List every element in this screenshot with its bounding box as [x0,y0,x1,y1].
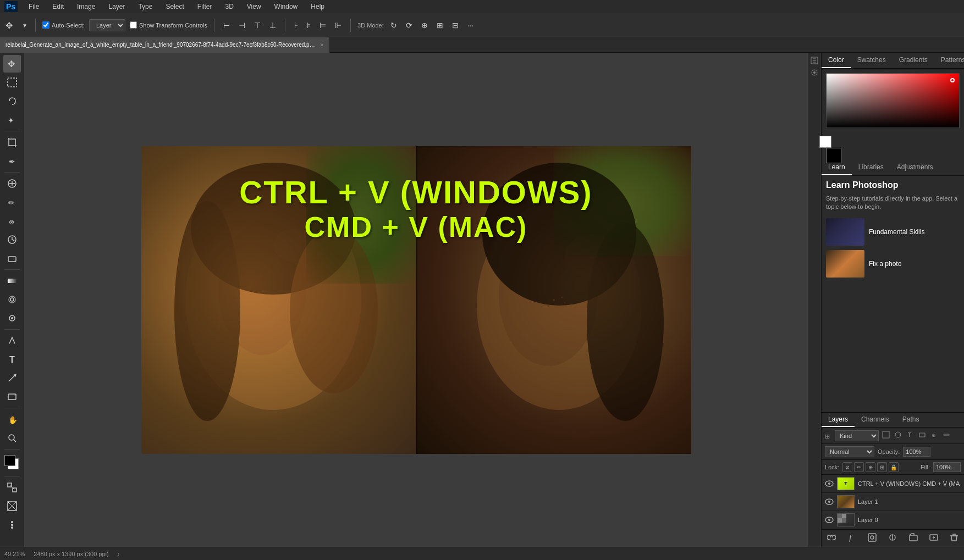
menu-3d[interactable]: 3D [223,3,235,10]
align-left-btn[interactable]: ⊢ [221,20,232,31]
gradient-tool-btn[interactable] [3,272,21,290]
edit-mode-btn[interactable] [3,479,21,496]
menu-select[interactable]: Select [163,3,186,10]
menu-layer[interactable]: Layer [106,3,127,10]
distribute-left-btn[interactable]: ⊦ [292,20,300,31]
add-layer-btn[interactable] [927,532,940,545]
filter-pixel-btn[interactable] [881,430,891,441]
document-tab[interactable]: relabelai_Generate_an_image_of_a_white_e… [0,37,330,53]
move-tool-btn[interactable]: ✥ [3,55,21,73]
pen-tool-btn[interactable] [3,332,21,350]
add-mask-btn[interactable] [866,532,879,545]
3d-rotate-btn[interactable]: ↻ [388,20,399,31]
auto-select-check[interactable]: Auto-Select: [42,21,85,29]
marquee-tool-btn[interactable] [3,74,21,91]
color-swatch-area[interactable] [3,454,21,472]
menu-type[interactable]: Type [136,3,155,10]
fg-bg-swatches[interactable] [826,131,850,156]
dodge-tool-btn[interactable] [3,309,21,327]
transform-controls-check[interactable]: Show Transform Controls [130,21,207,29]
layer-row-text[interactable]: T CTRL + V (WINDOWS) CMD + V (MA [822,475,964,493]
learn-card-fix[interactable]: Fix a photo [826,250,960,278]
status-arrow[interactable]: › [118,551,120,557]
3d-slide-btn[interactable]: ⊞ [434,20,445,31]
tab-patterns[interactable]: Patterns [934,53,964,68]
add-style-btn[interactable]: ƒ [845,532,858,545]
path-select-tool-btn[interactable] [3,369,21,387]
delete-layer-btn[interactable] [948,532,961,545]
blur-tool-btn[interactable] [3,291,21,308]
learn-card-fundamental[interactable]: Fundamental Skills [826,218,960,246]
adjustments-icon[interactable] [809,67,820,78]
frame-tool-btn[interactable] [3,497,21,515]
zoom-tool-btn[interactable] [3,429,21,447]
background-color-swatch[interactable] [819,136,831,148]
crop-tool-btn[interactable] [3,134,21,151]
eraser-tool-btn[interactable] [3,249,21,267]
blend-mode-select[interactable]: Normal [825,446,874,457]
add-adjustment-btn[interactable] [886,532,899,545]
lock-transparent-btn[interactable]: ⧄ [842,462,852,472]
type-tool-btn[interactable]: T [3,351,21,368]
distribute-center-btn[interactable]: ⊧ [305,20,313,31]
filter-shape-btn[interactable] [917,430,927,441]
lock-all-btn[interactable]: 🔒 [889,462,899,472]
hand-tool-btn[interactable]: ✋ [3,411,21,428]
layer-vis-0[interactable] [825,515,834,524]
lasso-tool-btn[interactable] [3,92,21,110]
fill-input[interactable] [933,462,961,472]
filter-adjustment-btn[interactable] [893,430,903,441]
ps-logo-icon[interactable]: Ps [4,1,18,12]
align-top-btn[interactable]: ⊥ [267,20,278,31]
color-picker-circle[interactable] [950,78,955,82]
link-layers-btn[interactable] [825,532,838,545]
tab-layers[interactable]: Layers [822,413,855,427]
distribute-vertical-btn[interactable]: ⊩ [333,20,344,31]
layer-vis-1[interactable] [825,497,834,506]
lock-artboard-btn[interactable]: ⊞ [877,462,887,472]
3d-scale-btn[interactable]: ⊟ [450,20,461,31]
add-group-btn[interactable] [907,532,920,545]
shape-tool-btn[interactable] [3,388,21,406]
auto-select-dropdown[interactable]: Layer [89,19,125,31]
history-tool-btn[interactable] [3,231,21,248]
tab-paths[interactable]: Paths [896,413,926,427]
more-options-btn[interactable]: ··· [465,20,476,31]
layer-row-0[interactable]: Layer 0 [822,511,964,529]
lock-pixels-btn[interactable]: ✏ [854,462,864,472]
align-center-h-btn[interactable]: ⊣ [236,20,247,31]
eyedropper-tool-btn[interactable]: ✒ [3,152,21,170]
menu-view[interactable]: View [245,3,263,10]
tab-gradients[interactable]: Gradients [893,53,934,68]
lock-position-btn[interactable]: ⊕ [866,462,875,472]
3d-pan-btn[interactable]: ⊕ [419,20,430,31]
properties-icon[interactable] [809,55,820,66]
menu-help[interactable]: Help [309,3,327,10]
opacity-input[interactable] [903,447,930,457]
filter-type-btn[interactable]: T [905,430,915,441]
filter-kind-select[interactable]: Kind [835,430,879,441]
tab-adjustments[interactable]: Adjustments [890,160,940,175]
align-right-btn[interactable]: ⊤ [252,20,263,31]
layer-vis-text[interactable] [825,479,834,488]
tab-libraries[interactable]: Libraries [852,160,890,175]
tab-close-btn[interactable]: × [320,41,324,49]
foreground-color-swatch[interactable] [826,148,841,163]
filter-smart-btn[interactable]: ⊕ [929,430,939,441]
tab-color[interactable]: Color [822,53,851,68]
spot-heal-tool-btn[interactable] [3,175,21,192]
extra-tools-btn[interactable] [3,516,21,534]
3d-roll-btn[interactable]: ⟳ [404,20,415,31]
menu-window[interactable]: Window [272,3,300,10]
canvas-area[interactable]: CTRL + V (WINDOWS) CMD + V (MAC) [24,53,808,547]
menu-filter[interactable]: Filter [195,3,214,10]
menu-image[interactable]: Image [75,3,97,10]
distribute-right-btn[interactable]: ⊨ [317,20,328,31]
menu-edit[interactable]: Edit [50,3,66,10]
brush-tool-btn[interactable]: ✏ [3,193,21,211]
layer-row-1[interactable]: Layer 1 [822,493,964,511]
object-select-tool-btn[interactable]: ✦ [3,111,21,129]
menu-file[interactable]: File [26,3,41,10]
fg-color-swatch[interactable] [4,455,15,466]
color-gradient-box[interactable] [826,73,960,128]
